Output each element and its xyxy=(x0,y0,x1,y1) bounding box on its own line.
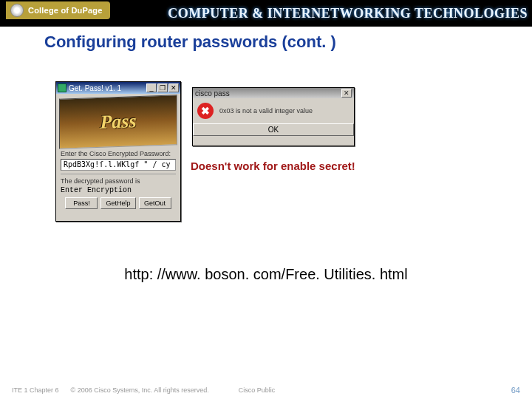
help-button[interactable]: GetHelp xyxy=(100,197,135,209)
college-label: College of DuPage xyxy=(28,6,103,15)
globe-icon xyxy=(10,4,24,17)
getpass-logo: Pass xyxy=(59,95,177,149)
cisco-titlebar: cisco pass ✕ xyxy=(193,88,354,98)
footer: ITE 1 Chapter 6 © 2006 Cisco Systems, In… xyxy=(0,386,532,395)
restore-button[interactable]: ❐ xyxy=(157,83,168,92)
error-text: 0x03 is not a valid integer value xyxy=(219,107,313,115)
button-row: Pass! GetHelp GetOut xyxy=(59,197,177,209)
encrypted-password-input[interactable]: RpdB3Xg!ſ.l.WKlgf " / cy xyxy=(61,159,176,171)
exit-button[interactable]: GetOut xyxy=(139,197,171,209)
input-label: Enter the Cisco Encrypted Password: xyxy=(61,150,176,157)
header-band: College of DuPage COMPUTER & INTERNETWOR… xyxy=(0,0,532,27)
ok-button[interactable]: OK xyxy=(193,123,354,136)
decrypted-value: Enter Encryption xyxy=(61,186,176,194)
decrypt-button[interactable]: Pass! xyxy=(65,197,98,209)
close-button[interactable]: ✕ xyxy=(168,83,179,92)
college-badge: College of DuPage xyxy=(6,1,110,19)
slide-title: Configuring router passwords (cont. ) xyxy=(44,33,532,52)
getpass-window: Get. Pass! v1. 1 _ ❐ ✕ Pass Enter the Ci… xyxy=(55,81,181,222)
banner-title: COMPUTER & INTERNETWORKING TECHNOLOGIES xyxy=(168,0,532,27)
footer-copyright: © 2006 Cisco Systems, Inc. All rights re… xyxy=(71,386,209,394)
getpass-title-text: Get. Pass! v1. 1 xyxy=(69,84,121,92)
callout-text: Doesn't work for enable secret! xyxy=(191,160,355,172)
decrypted-label: The decrypted password is xyxy=(61,177,176,185)
footer-classification: Cisco Public xyxy=(239,386,276,394)
footer-chapter: ITE 1 Chapter 6 xyxy=(12,386,59,394)
cisco-close-button[interactable]: ✕ xyxy=(341,89,352,98)
cisco-body: ✖ 0x03 is not a valid integer value xyxy=(193,98,354,123)
cisco-title-text: cisco pass xyxy=(195,89,230,98)
minimize-button[interactable]: _ xyxy=(146,83,157,92)
page-number: 64 xyxy=(511,386,520,395)
divider xyxy=(61,174,176,174)
cisco-dialog: cisco pass ✕ ✖ 0x03 is not a valid integ… xyxy=(192,87,355,146)
url-text: http: //www. boson. com/Free. Utilities.… xyxy=(0,266,532,283)
app-icon xyxy=(58,83,66,92)
error-icon: ✖ xyxy=(197,103,214,119)
getpass-titlebar: Get. Pass! v1. 1 _ ❐ ✕ xyxy=(56,82,180,94)
